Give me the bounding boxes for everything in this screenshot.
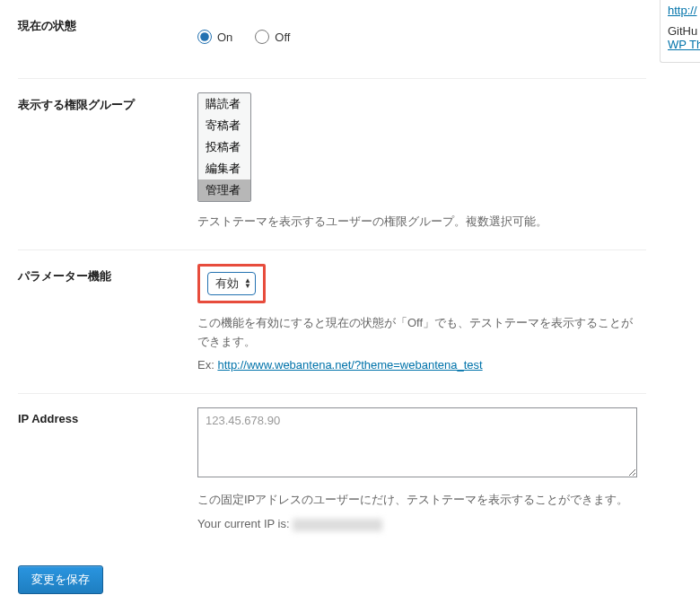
parameter-label: パラメーター機能: [18, 249, 197, 393]
state-label: 現在の状態: [18, 0, 197, 79]
submit-row: 変更を保存: [18, 565, 646, 594]
parameter-select[interactable]: 有効 ▲▼: [207, 272, 256, 295]
state-on-radio[interactable]: [197, 30, 212, 44]
sidebar-link[interactable]: WP Th: [668, 38, 700, 51]
ip-label: IP Address: [18, 394, 197, 552]
save-button[interactable]: 変更を保存: [18, 565, 103, 594]
ip-current-line: Your current IP is:: [197, 515, 637, 534]
parameter-example-link[interactable]: http://www.webantena.net/?theme=webanten…: [217, 358, 482, 372]
state-on-label[interactable]: On: [197, 30, 232, 44]
state-off-label[interactable]: Off: [255, 30, 290, 44]
parameter-select-value: 有効: [215, 276, 239, 290]
role-option[interactable]: 投稿者: [198, 136, 250, 158]
chevron-updown-icon: ▲▼: [244, 278, 251, 289]
state-on-text: On: [217, 31, 232, 44]
role-option[interactable]: 管理者: [198, 179, 250, 201]
sidebar-github-label: GitHu: [668, 24, 700, 38]
sidebar-link[interactable]: http://: [668, 4, 700, 17]
sidebar-box: http:// GitHu WP Th: [660, 0, 700, 63]
ex-label: Ex:: [197, 358, 214, 372]
ip-current-label: Your current IP is:: [197, 517, 290, 530]
ip-description: この固定IPアドレスのユーザーにだけ、テストテーマを表示することができます。: [197, 491, 637, 510]
parameter-highlight: 有効 ▲▼: [197, 264, 266, 303]
role-group-description: テストテーマを表示するユーザーの権限グループ。複数選択可能。: [197, 213, 637, 232]
role-group-label: 表示する権限グループ: [18, 79, 197, 250]
role-option[interactable]: 購読者: [198, 93, 250, 115]
ip-current-value-blurred: [293, 519, 382, 531]
state-off-text: Off: [275, 31, 290, 44]
state-radio-group: On Off: [197, 13, 637, 60]
role-option[interactable]: 寄稿者: [198, 115, 250, 136]
role-option[interactable]: 編集者: [198, 158, 250, 179]
parameter-description: この機能を有効にすると現在の状態が「Off」でも、テストテーマを表示することがで…: [197, 314, 637, 352]
ip-textarea[interactable]: [197, 407, 637, 477]
state-off-radio[interactable]: [255, 30, 269, 44]
role-group-select[interactable]: 購読者 寄稿者 投稿者 編集者 管理者: [197, 92, 251, 202]
parameter-example: Ex: http://www.webantena.net/?theme=weba…: [197, 356, 637, 375]
